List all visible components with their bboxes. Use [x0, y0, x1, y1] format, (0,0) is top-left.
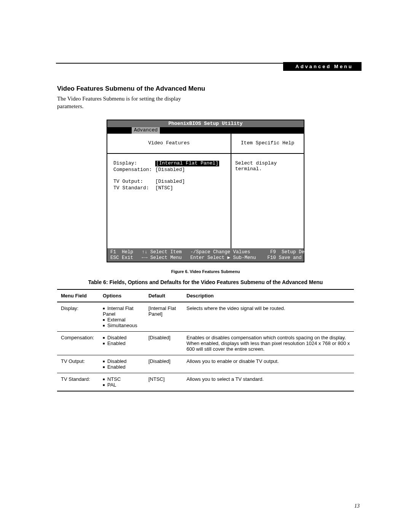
- bios-field-value[interactable]: [Disabled]: [155, 179, 185, 185]
- col-options: Options: [99, 289, 145, 302]
- list-item: Disabled: [103, 358, 141, 364]
- list-item: PAL: [103, 382, 141, 388]
- list-item: Enabled: [103, 364, 141, 370]
- bios-field-value[interactable]: [Disabled]: [155, 167, 185, 173]
- bios-footer: F1 Help ↑↓ Select Item -/Space Change Va…: [107, 248, 304, 262]
- header-badge: Advanced Menu: [283, 62, 362, 71]
- options-table: Menu Field Options Default Description D…: [57, 289, 354, 391]
- list-item: External: [103, 317, 141, 323]
- bios-help-text: Select display terminal.: [231, 154, 304, 248]
- cell-options: DisabledEnabled: [99, 332, 145, 355]
- bios-field-row[interactable]: Compensation:[Disabled]: [113, 167, 225, 173]
- bios-tab-row: Advanced: [107, 127, 304, 134]
- cell-menu-field: Compensation:: [57, 332, 99, 355]
- page-number: 13: [354, 503, 360, 509]
- bios-footer-line1: F1 Help ↑↓ Select Item -/Space Change Va…: [110, 249, 322, 255]
- table-row: Compensation:DisabledEnabled[Disabled]En…: [57, 332, 354, 355]
- bios-tab-advanced[interactable]: Advanced: [132, 127, 160, 134]
- bios-help-header: Item Specific Help: [231, 134, 304, 153]
- figure-caption: Figure 6. Video Features Submenu: [57, 269, 354, 274]
- list-item: Simultaneous: [103, 323, 141, 328]
- list-item: NTSC: [103, 376, 141, 382]
- cell-default: [Disabled]: [145, 332, 183, 355]
- table-title: Table 6: Fields, Options and Defaults fo…: [57, 279, 354, 285]
- list-item: Internal Flat Panel: [103, 305, 141, 317]
- list-item: Disabled: [103, 335, 141, 340]
- cell-description: Allows you to enable or disable TV outpu…: [183, 355, 354, 373]
- bios-footer-line2: ESC Exit ←→ Select Menu Enter Select ▶ S…: [110, 255, 316, 260]
- cell-menu-field: Display:: [57, 302, 99, 332]
- cell-options: NTSCPAL: [99, 373, 145, 391]
- cell-description: Enables or disables compensation which c…: [183, 332, 354, 355]
- table-row: TV Standard:NTSCPAL[NTSC]Allows you to s…: [57, 373, 354, 391]
- cell-menu-field: TV Standard:: [57, 373, 99, 391]
- bios-window: PhoenixBIOS Setup Utility Advanced Video…: [107, 120, 304, 263]
- bios-field-label: Display:: [113, 161, 155, 166]
- cell-default: [Internal Flat Panel]: [145, 302, 183, 332]
- cell-description: Selects where the video signal will be r…: [183, 302, 354, 332]
- cell-description: Allows you to select a TV standard.: [183, 373, 354, 391]
- bios-utility-title: PhoenixBIOS Setup Utility: [107, 120, 304, 128]
- cell-default: [NTSC]: [145, 373, 183, 391]
- table-row: TV Output:DisabledEnabled[Disabled]Allow…: [57, 355, 354, 373]
- bios-field-value[interactable]: [NTSC]: [155, 185, 173, 191]
- list-item: Enabled: [103, 340, 141, 346]
- col-default: Default: [145, 289, 183, 302]
- cell-menu-field: TV Output:: [57, 355, 99, 373]
- bios-body-main: Display:[Internal Flat Panel]Compensatio…: [107, 154, 231, 248]
- bios-field-row[interactable]: TV Output:[Disabled]: [113, 179, 225, 185]
- bios-field-label: Compensation:: [113, 167, 155, 173]
- cell-options: DisabledEnabled: [99, 355, 145, 373]
- col-description: Description: [183, 289, 354, 302]
- bios-field-row[interactable]: Display:[Internal Flat Panel]: [113, 161, 225, 166]
- bios-field-label: TV Output:: [113, 179, 155, 185]
- section-title: Video Features Submenu of the Advanced M…: [57, 85, 354, 93]
- cell-options: Internal Flat PanelExternalSimultaneous: [99, 302, 145, 332]
- bios-field-label: TV Standard:: [113, 185, 155, 191]
- section-intro: The Video Features Submenu is for settin…: [57, 95, 194, 110]
- bios-field-value[interactable]: [Internal Flat Panel]: [155, 161, 219, 166]
- col-menu-field: Menu Field: [57, 289, 99, 302]
- table-row: Display:Internal Flat PanelExternalSimul…: [57, 302, 354, 332]
- bios-field-row[interactable]: TV Standard:[NTSC]: [113, 185, 225, 191]
- cell-default: [Disabled]: [145, 355, 183, 373]
- bios-main-header: Video Features: [107, 134, 231, 153]
